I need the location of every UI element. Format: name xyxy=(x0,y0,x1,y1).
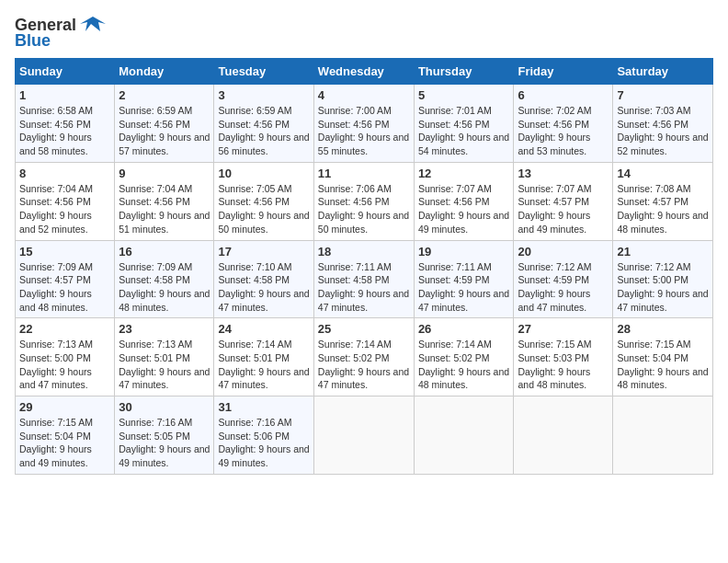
calendar-table: SundayMondayTuesdayWednesdayThursdayFrid… xyxy=(15,58,713,475)
day-detail: Sunrise: 7:11 AMSunset: 4:59 PMDaylight:… xyxy=(418,261,509,313)
calendar-cell: 29Sunrise: 7:15 AMSunset: 5:04 PMDayligh… xyxy=(16,396,115,475)
day-number: 10 xyxy=(218,167,309,180)
day-header-wednesday: Wednesday xyxy=(313,59,414,85)
calendar-week-1: 1Sunrise: 6:58 AMSunset: 4:56 PMDaylight… xyxy=(16,85,713,163)
logo-blue-text: Blue xyxy=(15,31,51,51)
day-header-saturday: Saturday xyxy=(613,59,713,85)
day-number: 5 xyxy=(418,88,510,102)
calendar-cell: 24Sunrise: 7:14 AMSunset: 5:01 PMDayligh… xyxy=(214,318,313,396)
day-number: 4 xyxy=(318,88,410,102)
calendar-cell: 7Sunrise: 7:03 AMSunset: 4:56 PMDaylight… xyxy=(613,85,713,163)
calendar-week-2: 8Sunrise: 7:04 AMSunset: 4:56 PMDaylight… xyxy=(16,162,713,240)
calendar-week-5: 29Sunrise: 7:15 AMSunset: 5:04 PMDayligh… xyxy=(16,396,713,475)
day-detail: Sunrise: 6:59 AMSunset: 4:56 PMDaylight:… xyxy=(218,105,309,156)
calendar-cell: 22Sunrise: 7:13 AMSunset: 5:00 PMDayligh… xyxy=(16,318,115,396)
calendar-cell xyxy=(313,396,414,475)
calendar-cell: 14Sunrise: 7:08 AMSunset: 4:57 PMDayligh… xyxy=(613,162,713,240)
day-detail: Sunrise: 7:13 AMSunset: 5:00 PMDaylight:… xyxy=(19,339,93,390)
calendar-cell: 8Sunrise: 7:04 AMSunset: 4:56 PMDaylight… xyxy=(16,162,115,240)
calendar-cell: 10Sunrise: 7:05 AMSunset: 4:56 PMDayligh… xyxy=(214,162,313,240)
day-detail: Sunrise: 7:05 AMSunset: 4:56 PMDaylight:… xyxy=(218,183,309,235)
day-detail: Sunrise: 7:04 AMSunset: 4:56 PMDaylight:… xyxy=(19,183,93,235)
calendar-body: 1Sunrise: 6:58 AMSunset: 4:56 PMDaylight… xyxy=(16,85,713,475)
day-detail: Sunrise: 6:58 AMSunset: 4:56 PMDaylight:… xyxy=(19,105,93,156)
calendar-cell: 19Sunrise: 7:11 AMSunset: 4:59 PMDayligh… xyxy=(414,240,514,318)
logo-bird-icon xyxy=(80,15,106,35)
day-header-monday: Monday xyxy=(115,59,214,85)
day-header-thursday: Thursday xyxy=(414,59,514,85)
day-number: 11 xyxy=(318,167,410,180)
calendar-cell: 31Sunrise: 7:16 AMSunset: 5:06 PMDayligh… xyxy=(214,396,313,475)
day-number: 28 xyxy=(617,322,709,336)
day-detail: Sunrise: 7:03 AMSunset: 4:56 PMDaylight:… xyxy=(617,105,708,156)
calendar-week-4: 22Sunrise: 7:13 AMSunset: 5:00 PMDayligh… xyxy=(16,318,713,396)
calendar-cell: 18Sunrise: 7:11 AMSunset: 4:58 PMDayligh… xyxy=(313,240,414,318)
day-number: 14 xyxy=(617,167,709,180)
logo: General Blue xyxy=(15,15,106,51)
calendar-cell xyxy=(414,396,514,475)
calendar-cell: 11Sunrise: 7:06 AMSunset: 4:56 PMDayligh… xyxy=(313,162,414,240)
day-detail: Sunrise: 7:06 AMSunset: 4:56 PMDaylight:… xyxy=(318,183,409,235)
calendar-cell xyxy=(613,396,713,475)
day-number: 13 xyxy=(518,167,609,180)
day-detail: Sunrise: 7:13 AMSunset: 5:01 PMDaylight:… xyxy=(119,339,210,390)
day-number: 25 xyxy=(318,322,410,336)
day-detail: Sunrise: 7:15 AMSunset: 5:04 PMDaylight:… xyxy=(617,339,708,390)
calendar-cell: 5Sunrise: 7:01 AMSunset: 4:56 PMDaylight… xyxy=(414,85,514,163)
day-number: 20 xyxy=(518,245,609,259)
day-detail: Sunrise: 7:10 AMSunset: 4:58 PMDaylight:… xyxy=(218,261,309,313)
day-number: 15 xyxy=(19,245,110,259)
day-number: 27 xyxy=(518,322,609,336)
calendar-cell: 30Sunrise: 7:16 AMSunset: 5:05 PMDayligh… xyxy=(115,396,214,475)
day-detail: Sunrise: 7:07 AMSunset: 4:56 PMDaylight:… xyxy=(418,183,509,235)
day-detail: Sunrise: 7:12 AMSunset: 5:00 PMDaylight:… xyxy=(617,261,708,313)
calendar-cell: 27Sunrise: 7:15 AMSunset: 5:03 PMDayligh… xyxy=(514,318,613,396)
calendar-header-row: SundayMondayTuesdayWednesdayThursdayFrid… xyxy=(16,59,713,85)
day-detail: Sunrise: 7:09 AMSunset: 4:57 PMDaylight:… xyxy=(19,261,93,313)
calendar-cell: 6Sunrise: 7:02 AMSunset: 4:56 PMDaylight… xyxy=(514,85,613,163)
day-number: 2 xyxy=(119,88,210,102)
calendar-cell xyxy=(514,396,613,475)
day-number: 30 xyxy=(119,400,210,414)
day-detail: Sunrise: 7:16 AMSunset: 5:06 PMDaylight:… xyxy=(218,417,309,468)
calendar-week-3: 15Sunrise: 7:09 AMSunset: 4:57 PMDayligh… xyxy=(16,240,713,318)
day-number: 18 xyxy=(318,245,410,259)
day-header-sunday: Sunday xyxy=(16,59,115,85)
day-number: 21 xyxy=(617,245,709,259)
day-detail: Sunrise: 7:16 AMSunset: 5:05 PMDaylight:… xyxy=(119,417,210,468)
calendar-cell: 1Sunrise: 6:58 AMSunset: 4:56 PMDaylight… xyxy=(16,85,115,163)
day-number: 1 xyxy=(19,88,110,102)
calendar-cell: 12Sunrise: 7:07 AMSunset: 4:56 PMDayligh… xyxy=(414,162,514,240)
day-number: 19 xyxy=(418,245,510,259)
day-number: 29 xyxy=(19,400,110,414)
calendar-cell: 20Sunrise: 7:12 AMSunset: 4:59 PMDayligh… xyxy=(514,240,613,318)
day-number: 3 xyxy=(218,88,309,102)
calendar-cell: 9Sunrise: 7:04 AMSunset: 4:56 PMDaylight… xyxy=(115,162,214,240)
day-detail: Sunrise: 7:14 AMSunset: 5:01 PMDaylight:… xyxy=(218,339,309,390)
day-number: 31 xyxy=(218,400,309,414)
day-number: 23 xyxy=(119,322,210,336)
day-number: 26 xyxy=(418,322,510,336)
day-detail: Sunrise: 7:07 AMSunset: 4:57 PMDaylight:… xyxy=(518,183,591,235)
calendar-cell: 3Sunrise: 6:59 AMSunset: 4:56 PMDaylight… xyxy=(214,85,313,163)
day-detail: Sunrise: 7:01 AMSunset: 4:56 PMDaylight:… xyxy=(418,105,509,156)
day-number: 12 xyxy=(418,167,510,180)
day-number: 6 xyxy=(518,88,609,102)
day-detail: Sunrise: 7:09 AMSunset: 4:58 PMDaylight:… xyxy=(119,261,210,313)
day-detail: Sunrise: 7:15 AMSunset: 5:04 PMDaylight:… xyxy=(19,417,93,468)
day-number: 22 xyxy=(19,322,110,336)
day-detail: Sunrise: 7:11 AMSunset: 4:58 PMDaylight:… xyxy=(318,261,409,313)
day-detail: Sunrise: 7:14 AMSunset: 5:02 PMDaylight:… xyxy=(318,339,409,390)
day-detail: Sunrise: 6:59 AMSunset: 4:56 PMDaylight:… xyxy=(119,105,210,156)
calendar-cell: 4Sunrise: 7:00 AMSunset: 4:56 PMDaylight… xyxy=(313,85,414,163)
day-number: 24 xyxy=(218,322,309,336)
calendar-cell: 25Sunrise: 7:14 AMSunset: 5:02 PMDayligh… xyxy=(313,318,414,396)
day-detail: Sunrise: 7:15 AMSunset: 5:03 PMDaylight:… xyxy=(518,339,591,390)
day-detail: Sunrise: 7:14 AMSunset: 5:02 PMDaylight:… xyxy=(418,339,509,390)
calendar-cell: 26Sunrise: 7:14 AMSunset: 5:02 PMDayligh… xyxy=(414,318,514,396)
calendar-cell: 28Sunrise: 7:15 AMSunset: 5:04 PMDayligh… xyxy=(613,318,713,396)
day-header-tuesday: Tuesday xyxy=(214,59,313,85)
calendar-cell: 16Sunrise: 7:09 AMSunset: 4:58 PMDayligh… xyxy=(115,240,214,318)
day-detail: Sunrise: 7:02 AMSunset: 4:56 PMDaylight:… xyxy=(518,105,591,156)
day-number: 8 xyxy=(19,167,110,180)
